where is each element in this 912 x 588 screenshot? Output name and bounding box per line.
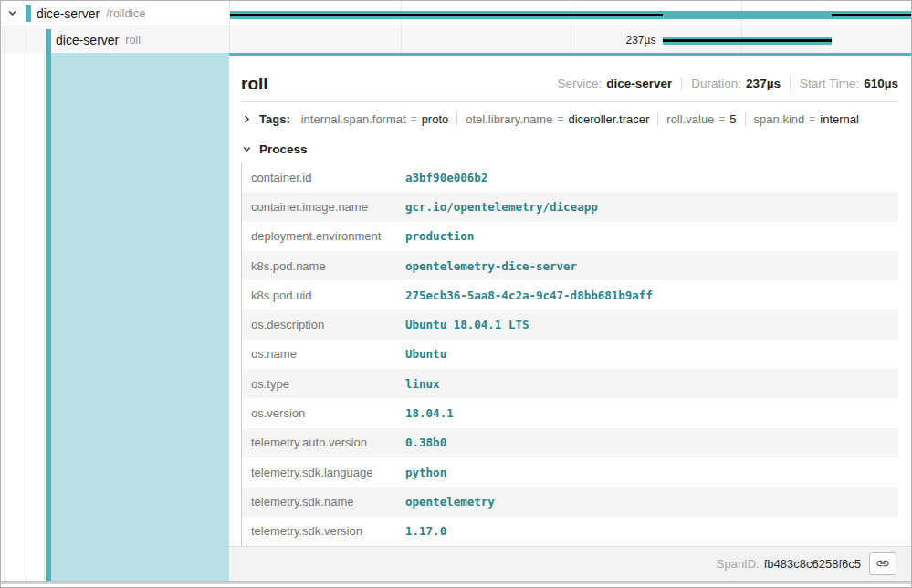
operation-name: /rolldice bbox=[106, 7, 145, 20]
process-row: os.version18.04.1 bbox=[242, 398, 898, 427]
chevron-right-icon bbox=[241, 113, 252, 124]
indent-guide bbox=[44, 53, 45, 581]
span-color-block bbox=[46, 29, 51, 53]
spanid-value: fb483c8c6258f6c5 bbox=[764, 557, 861, 571]
span-bar-rolldice[interactable] bbox=[230, 11, 911, 19]
process-key: os.description bbox=[242, 318, 405, 331]
span-bar-roll[interactable] bbox=[663, 37, 832, 45]
span-name-cell[interactable]: dice-server roll bbox=[1, 26, 229, 53]
tag-item: otel.library.name=diceroller.tracer bbox=[456, 112, 649, 126]
trace-body: roll Service: dice-server Duration: 237µ… bbox=[1, 53, 911, 581]
process-key: telemetry.sdk.version bbox=[242, 524, 405, 538]
tag-value: proto bbox=[422, 112, 449, 126]
process-value: a3bf90e006b2 bbox=[405, 171, 487, 184]
span-name-cell[interactable]: dice-server /rolldice bbox=[1, 1, 229, 26]
process-key: os.name bbox=[242, 347, 405, 361]
process-key: container.image.name bbox=[242, 200, 405, 214]
process-key: telemetry.auto.version bbox=[242, 436, 405, 449]
process-row: telemetry.auto.version0.38b0 bbox=[242, 428, 898, 457]
process-table: container.ida3bf90e006b2container.image.… bbox=[241, 163, 898, 546]
process-value: linux bbox=[405, 377, 440, 391]
tag-item: internal.span.format=proto bbox=[301, 112, 449, 126]
indent-guide bbox=[26, 53, 26, 581]
start-time-value: 610µs bbox=[864, 77, 898, 90]
process-row: deployment.environmentproduction bbox=[242, 222, 898, 251]
process-key: telemetry.sdk.name bbox=[242, 495, 405, 509]
selected-span-highlight bbox=[51, 53, 229, 581]
span-timeline-cell bbox=[229, 1, 911, 26]
process-key: os.type bbox=[242, 377, 405, 391]
indent-guide bbox=[26, 26, 26, 53]
process-value: Ubuntu 18.04.1 LTS bbox=[405, 318, 529, 331]
timeline-gridline bbox=[401, 26, 402, 53]
tags-label: Tags: bbox=[259, 112, 290, 126]
tag-key: span.kind bbox=[754, 112, 805, 126]
process-row: os.nameUbuntu bbox=[242, 340, 898, 369]
process-accordion[interactable]: Process bbox=[241, 135, 898, 163]
tag-value: 5 bbox=[729, 112, 736, 126]
indent-guide bbox=[4, 53, 5, 581]
process-row: k8s.pod.uid275ecb36-5aa8-4c2a-9c47-d8bb6… bbox=[242, 280, 898, 310]
span-row-roll[interactable]: dice-server roll 237µs bbox=[1, 26, 911, 53]
detail-title-row: roll Service: dice-server Duration: 237µ… bbox=[241, 56, 898, 101]
process-row: telemetry.sdk.nameopentelemetry bbox=[242, 487, 898, 516]
span-detail-panel: roll Service: dice-server Duration: 237µ… bbox=[229, 53, 911, 581]
equals-sign: = bbox=[718, 112, 725, 125]
scrollbar-track[interactable] bbox=[1, 581, 911, 584]
duration-label: Duration: bbox=[691, 77, 741, 90]
tag-key: otel.library.name bbox=[466, 112, 552, 126]
service-value: dice-server bbox=[606, 77, 672, 90]
equals-sign: = bbox=[411, 112, 417, 125]
tags-accordion[interactable]: Tags: internal.span.format=protootel.lib… bbox=[241, 102, 898, 135]
process-key: telemetry.sdk.language bbox=[242, 466, 405, 479]
equals-sign: = bbox=[809, 112, 815, 125]
span-timeline-cell: 237µs bbox=[229, 26, 911, 53]
span-color-block bbox=[26, 5, 31, 22]
separator bbox=[681, 77, 682, 90]
tag-key: roll.value bbox=[666, 112, 714, 126]
tag-item: span.kind=internal bbox=[745, 112, 859, 126]
horizontal-scrollbar-strip bbox=[1, 581, 911, 587]
spanid-label: SpanID: bbox=[717, 557, 760, 571]
service-name: dice-server bbox=[37, 6, 100, 21]
chevron-down-icon[interactable] bbox=[6, 8, 17, 19]
start-time-label: Start Time: bbox=[800, 77, 859, 90]
span-duration-label: 237µs bbox=[626, 26, 656, 53]
process-row: os.typelinux bbox=[242, 369, 898, 398]
tags-list: internal.span.format=protootel.library.n… bbox=[301, 112, 859, 126]
span-row-rolldice[interactable]: dice-server /rolldice bbox=[1, 1, 911, 26]
process-row: container.image.namegcr.io/opentelemetry… bbox=[242, 192, 898, 221]
process-value: opentelemetry-dice-server bbox=[405, 259, 577, 273]
process-value: Ubuntu bbox=[405, 347, 446, 361]
critical-path-segment bbox=[230, 14, 663, 16]
jaeger-trace-detail-view: dice-server /rolldice dice-server roll 2… bbox=[1, 1, 911, 587]
tag-value: diceroller.tracer bbox=[568, 112, 649, 126]
left-indent-pane bbox=[1, 53, 229, 581]
detail-footer: SpanID: fb483c8c6258f6c5 bbox=[229, 547, 911, 581]
span-operation-title: roll bbox=[241, 75, 268, 92]
process-row: container.ida3bf90e006b2 bbox=[242, 163, 898, 192]
deep-link-button[interactable] bbox=[869, 552, 896, 575]
critical-path-segment bbox=[663, 39, 832, 42]
process-value: production bbox=[405, 229, 474, 243]
process-key: k8s.pod.name bbox=[242, 259, 405, 273]
process-value: 0.38b0 bbox=[405, 436, 446, 449]
link-icon bbox=[875, 556, 890, 571]
process-row: k8s.pod.nameopentelemetry-dice-server bbox=[242, 251, 898, 280]
separator bbox=[790, 77, 791, 90]
process-row: telemetry.sdk.languagepython bbox=[242, 457, 898, 487]
chevron-down-icon bbox=[241, 143, 252, 154]
trace-timeline-rows: dice-server /rolldice dice-server roll 2… bbox=[1, 1, 911, 53]
service-label: Service: bbox=[557, 77, 602, 90]
service-name: dice-server bbox=[56, 33, 119, 47]
process-key: k8s.pod.uid bbox=[242, 289, 405, 302]
process-value: 18.04.1 bbox=[405, 406, 454, 420]
process-value: opentelemetry bbox=[405, 495, 495, 509]
timeline-gridline bbox=[571, 26, 571, 53]
process-key: os.version bbox=[242, 406, 405, 420]
tag-key: internal.span.format bbox=[301, 112, 406, 126]
operation-name: roll bbox=[125, 34, 141, 47]
process-row: os.descriptionUbuntu 18.04.1 LTS bbox=[242, 310, 898, 339]
process-key: container.id bbox=[242, 171, 405, 184]
process-row: telemetry.sdk.version1.17.0 bbox=[242, 517, 898, 546]
